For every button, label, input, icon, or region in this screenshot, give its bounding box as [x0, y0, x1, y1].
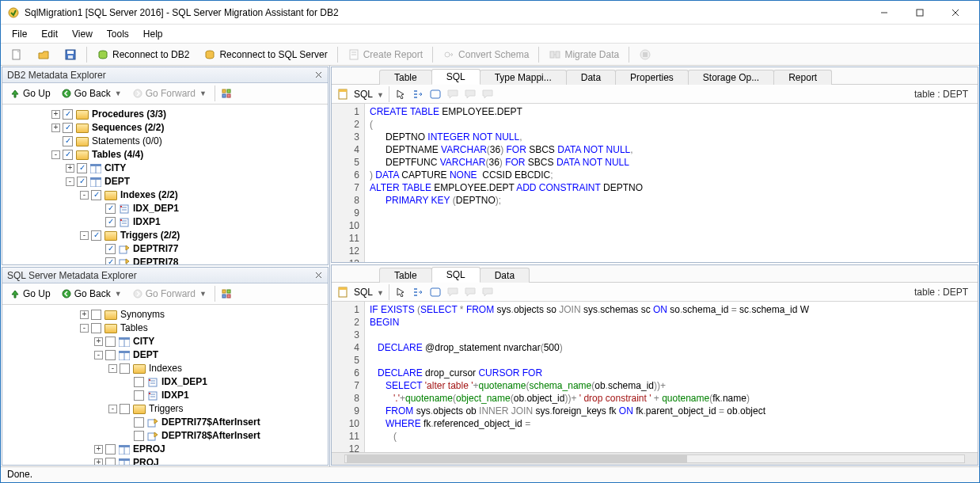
menu-tools[interactable]: Tools: [107, 29, 129, 40]
tree-item[interactable]: -Tables (4/4): [7, 148, 328, 162]
tree-item[interactable]: -Indexes (2/2): [7, 188, 328, 202]
menu-file[interactable]: File: [12, 29, 27, 40]
filter-icon[interactable]: [220, 87, 233, 100]
box-icon[interactable]: [429, 88, 442, 101]
tree-item[interactable]: Statements (0/0): [7, 135, 328, 148]
minimize-button[interactable]: [866, 2, 902, 24]
sql-code-editor[interactable]: 123456789101112 IF EXISTS (SELECT * FROM…: [332, 302, 978, 452]
tree-item[interactable]: +Synonyms: [7, 308, 328, 321]
save-button[interactable]: [59, 46, 82, 63]
tree-item[interactable]: +Procedures (3/3): [7, 108, 328, 121]
menu-help[interactable]: Help: [143, 29, 163, 40]
db2-code-editor[interactable]: 1234567891011121314 CREATE TABLE EMPLOYE…: [332, 104, 978, 262]
go-forward-button[interactable]: Go Forward▼: [130, 287, 210, 300]
open-button[interactable]: [32, 46, 55, 63]
cursor-icon[interactable]: [394, 88, 407, 101]
tree-item[interactable]: -Tables: [7, 321, 328, 335]
comment-icon[interactable]: [446, 286, 459, 299]
tab-type-mappi-[interactable]: Type Mappi...: [480, 70, 567, 85]
tree-item[interactable]: -DEPT: [7, 175, 328, 188]
checkbox[interactable]: [77, 177, 87, 187]
checkbox[interactable]: [134, 390, 144, 401]
checkbox[interactable]: [91, 230, 101, 241]
go-forward-button[interactable]: Go Forward▼: [130, 87, 210, 100]
menu-edit[interactable]: Edit: [41, 29, 58, 40]
maximize-button[interactable]: [902, 2, 937, 24]
checkbox[interactable]: [63, 109, 73, 120]
tab-table[interactable]: Table: [379, 70, 432, 85]
tree-item[interactable]: IDX_DEP1: [7, 202, 328, 215]
expand-icon[interactable]: +: [94, 458, 103, 465]
new-button[interactable]: [6, 46, 28, 63]
stop-button[interactable]: [634, 46, 656, 63]
collapse-icon[interactable]: -: [94, 351, 103, 359]
reconnect-db2-button[interactable]: Reconnect to DB2: [92, 46, 194, 63]
comment-icon[interactable]: [446, 88, 459, 101]
tab-data[interactable]: Data: [480, 268, 530, 283]
tree-item[interactable]: +Sequences (2/2): [7, 121, 328, 135]
tree-item[interactable]: +CITY: [7, 335, 328, 348]
horizontal-scrollbar[interactable]: [332, 452, 978, 465]
tree-item[interactable]: +CITY: [7, 162, 328, 175]
tree-item[interactable]: DEPTRI78: [7, 256, 328, 264]
tab-sql[interactable]: SQL: [431, 267, 481, 283]
checkbox[interactable]: [105, 217, 116, 227]
checkbox[interactable]: [91, 323, 101, 333]
expand-icon[interactable]: +: [94, 337, 103, 346]
create-report-button[interactable]: Create Report: [343, 46, 427, 63]
tree-item[interactable]: -DEPT: [7, 348, 328, 362]
checkbox[interactable]: [134, 431, 144, 441]
collapse-icon[interactable]: -: [80, 324, 89, 333]
expand-icon[interactable]: +: [94, 445, 103, 454]
migrate-data-button[interactable]: Migrate Data: [544, 46, 624, 63]
tree-item[interactable]: +PROJ: [7, 456, 328, 465]
panel-close-icon[interactable]: [312, 69, 325, 80]
checkbox[interactable]: [77, 163, 87, 173]
expand-icon[interactable]: +: [51, 124, 60, 132]
checkbox[interactable]: [105, 444, 116, 454]
expand-icon[interactable]: +: [80, 310, 89, 319]
comment-icon[interactable]: [464, 286, 477, 299]
tree-item[interactable]: IDXP1: [7, 215, 328, 229]
menu-view[interactable]: View: [72, 29, 93, 40]
tab-storage-op-[interactable]: Storage Op...: [688, 70, 774, 85]
checkbox[interactable]: [120, 363, 130, 374]
checkbox[interactable]: [134, 377, 144, 387]
filter-icon[interactable]: [220, 287, 233, 300]
comment-icon[interactable]: [464, 88, 477, 101]
sql-dropdown[interactable]: SQL ▼: [354, 89, 384, 100]
tab-table[interactable]: Table: [379, 268, 432, 283]
convert-schema-button[interactable]: Convert Schema: [438, 46, 534, 63]
indent-icon[interactable]: [412, 286, 424, 299]
checkbox[interactable]: [63, 136, 73, 146]
checkbox[interactable]: [105, 458, 116, 465]
box-icon[interactable]: [429, 286, 442, 299]
tree-item[interactable]: IDX_DEP1: [7, 375, 328, 389]
tab-properties[interactable]: Properties: [615, 70, 689, 85]
collapse-icon[interactable]: -: [108, 405, 117, 413]
go-up-button[interactable]: Go Up: [7, 287, 54, 300]
tree-item[interactable]: DEPTRI77: [7, 242, 328, 256]
comment-icon[interactable]: [481, 88, 494, 101]
tree-item[interactable]: -Indexes: [7, 362, 328, 375]
checkbox[interactable]: [63, 150, 73, 160]
checkbox[interactable]: [91, 310, 101, 320]
tree-item[interactable]: -Triggers: [7, 402, 328, 416]
checkbox[interactable]: [120, 404, 130, 414]
cursor-icon[interactable]: [394, 286, 407, 299]
db2-tree[interactable]: +Procedures (3/3)+Sequences (2/2)Stateme…: [2, 105, 328, 264]
checkbox[interactable]: [105, 350, 116, 360]
checkbox[interactable]: [134, 417, 144, 428]
expand-icon[interactable]: +: [66, 164, 74, 173]
expand-icon[interactable]: +: [51, 110, 60, 119]
checkbox[interactable]: [105, 203, 116, 214]
chevron-down-icon[interactable]: ▼: [115, 290, 122, 298]
indent-icon[interactable]: [412, 88, 424, 101]
panel-close-icon[interactable]: [312, 269, 325, 280]
collapse-icon[interactable]: -: [51, 150, 60, 159]
collapse-icon[interactable]: -: [80, 191, 89, 200]
tab-report[interactable]: Report: [773, 70, 832, 85]
tree-item[interactable]: -Triggers (2/2): [7, 229, 328, 242]
checkbox[interactable]: [105, 257, 116, 264]
go-back-button[interactable]: Go Back▼: [59, 287, 125, 300]
